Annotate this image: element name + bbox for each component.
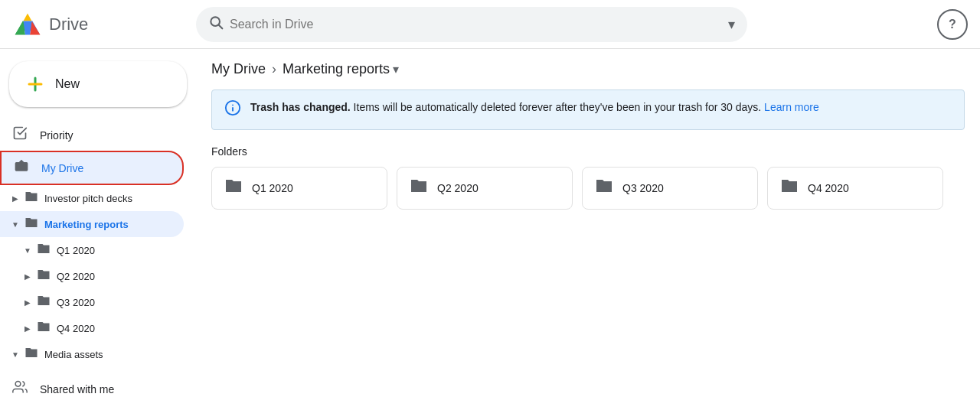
my-drive-label: My Drive xyxy=(41,162,83,174)
breadcrumb-separator: › xyxy=(272,61,276,77)
info-banner-detail: Items will be automatically deleted fore… xyxy=(351,101,762,113)
folder-card-icon-q4 xyxy=(780,177,799,200)
breadcrumb-current[interactable]: Marketing reports ▾ xyxy=(283,61,399,77)
main-layout: New Priority My Drive ▶ xyxy=(0,49,980,410)
chevron-q3-icon: ▶ xyxy=(18,298,37,307)
media-assets-label: Media assets xyxy=(44,349,103,360)
folder-card-name-q3: Q3 2020 xyxy=(622,182,664,194)
folder-icon-q4 xyxy=(37,320,51,337)
folder-card-name-q2: Q2 2020 xyxy=(437,182,479,194)
topbar: Drive ▾ ? xyxy=(0,0,980,49)
chevron-icon: ▶ xyxy=(6,194,24,203)
sidebar: New Priority My Drive ▶ xyxy=(0,49,196,410)
folder-icon-q3 xyxy=(37,294,51,311)
search-bar: ▾ xyxy=(196,7,747,42)
folders-grid: Q1 2020 Q2 2020 Q3 2020 Q4 2020 xyxy=(196,167,980,210)
tree-item-q4-2020[interactable]: ▶ Q4 2020 xyxy=(0,315,196,341)
folder-icon-media xyxy=(24,346,38,363)
investor-pitch-label: Investor pitch decks xyxy=(44,193,132,204)
shared-with-me-icon xyxy=(12,379,28,399)
folders-section-label: Folders xyxy=(196,142,980,167)
help-button[interactable]: ? xyxy=(937,9,968,40)
folder-card-icon-q2 xyxy=(410,177,428,200)
tree-item-investor-pitch[interactable]: ▶ Investor pitch decks xyxy=(0,185,196,211)
chevron-q2-icon: ▶ xyxy=(18,272,37,281)
info-banner: Trash has changed. Items will be automat… xyxy=(211,89,965,130)
folder-card-name-q4: Q4 2020 xyxy=(808,182,849,194)
breadcrumb-dropdown-icon[interactable]: ▾ xyxy=(393,62,399,76)
folder-card-icon-q3 xyxy=(595,177,613,200)
tree-item-q2-2020[interactable]: ▶ Q2 2020 xyxy=(0,263,196,289)
svg-line-11 xyxy=(219,25,223,29)
drive-logo-icon xyxy=(12,9,43,40)
q4-label: Q4 2020 xyxy=(57,323,95,334)
tree-item-marketing-reports[interactable]: ▼ Marketing reports xyxy=(0,211,184,237)
priority-label: Priority xyxy=(40,129,74,142)
chevron-expanded-q1-icon: ▼ xyxy=(18,246,37,255)
q1-label: Q1 2020 xyxy=(57,245,95,256)
content-area: My Drive › Marketing reports ▾ Trash has… xyxy=(196,49,980,410)
tree-item-q1-2020[interactable]: ▼ Q1 2020 xyxy=(0,237,196,263)
logo-text: Drive xyxy=(49,15,88,34)
folder-icon-marketing xyxy=(24,216,38,233)
search-dropdown-icon[interactable]: ▾ xyxy=(728,16,735,33)
sidebar-item-priority[interactable]: Priority xyxy=(0,119,184,151)
breadcrumb-current-text: Marketing reports xyxy=(283,61,390,77)
q3-label: Q3 2020 xyxy=(57,297,95,308)
folder-card-q2[interactable]: Q2 2020 xyxy=(397,167,573,210)
folder-card-q3[interactable]: Q3 2020 xyxy=(582,167,758,210)
svg-marker-6 xyxy=(24,13,32,21)
new-button-label: New xyxy=(55,77,80,91)
info-banner-title: Trash has changed. xyxy=(250,101,351,113)
folder-card-q4[interactable]: Q4 2020 xyxy=(767,167,943,210)
marketing-reports-label: Marketing reports xyxy=(44,219,129,230)
search-icon xyxy=(208,15,224,34)
sidebar-item-shared-with-me[interactable]: Shared with me xyxy=(0,373,184,405)
learn-more-link[interactable]: Learn more xyxy=(764,101,819,113)
shared-with-me-label: Shared with me xyxy=(40,383,114,395)
folder-card-icon-q1 xyxy=(224,177,243,200)
new-button[interactable]: New xyxy=(9,61,187,107)
chevron-media-icon: ▼ xyxy=(6,350,24,359)
chevron-expanded-icon: ▼ xyxy=(6,220,24,229)
topbar-right: ? xyxy=(937,9,968,40)
breadcrumb-root[interactable]: My Drive xyxy=(211,61,266,77)
folder-icon-q2 xyxy=(37,268,51,285)
info-banner-text: Trash has changed. Items will be automat… xyxy=(250,99,819,116)
svg-rect-15 xyxy=(15,162,28,171)
folder-card-name-q1: Q1 2020 xyxy=(252,182,293,194)
chevron-q4-icon: ▶ xyxy=(18,324,37,333)
folder-card-q1[interactable]: Q1 2020 xyxy=(211,167,387,210)
breadcrumb: My Drive › Marketing reports ▾ xyxy=(196,49,980,83)
svg-point-16 xyxy=(15,382,21,387)
my-drive-icon xyxy=(14,158,29,177)
tree-item-media-assets[interactable]: ▼ Media assets xyxy=(0,341,196,367)
q2-label: Q2 2020 xyxy=(57,271,95,282)
search-input[interactable] xyxy=(230,18,722,31)
tree-item-q3-2020[interactable]: ▶ Q3 2020 xyxy=(0,289,196,315)
folder-icon xyxy=(24,190,38,207)
folder-icon-q1 xyxy=(37,242,51,259)
info-icon xyxy=(224,99,241,120)
priority-icon xyxy=(12,125,28,145)
logo-area: Drive xyxy=(12,9,196,40)
sidebar-item-my-drive[interactable]: My Drive xyxy=(0,151,184,185)
new-plus-icon xyxy=(24,73,46,95)
